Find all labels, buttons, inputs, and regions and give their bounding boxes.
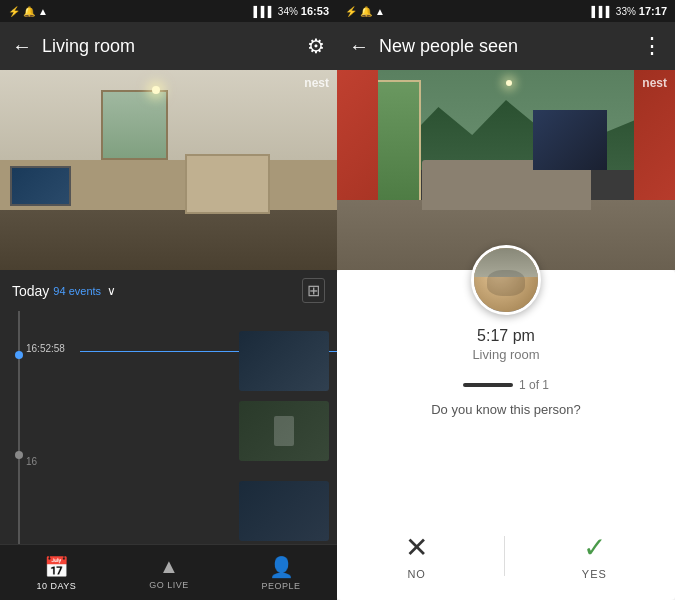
timeline-expand-icon[interactable]: ∨ [107,284,116,298]
timeline-view-toggle[interactable]: ⊞ [302,278,325,303]
avatar-face [474,248,538,312]
room-ceiling-light [152,86,160,94]
right-status-icons: ⚡ 🔔 ▲ [345,6,385,17]
right-nest-logo: nest [642,76,667,90]
left-nest-logo: nest [304,76,329,90]
signal-icon: ▌▌▌ [254,6,275,17]
right-alarm-icon: 🔔 [360,6,372,17]
timeline-dot-1 [15,451,23,459]
rc-tv [533,110,607,170]
timeline-thumb-1[interactable] [239,331,329,391]
right-status-right: ▌▌▌ 33% 17:17 [592,5,667,17]
left-status-icons: ⚡ 🔔 ▲ [8,6,48,17]
timeline-labels: 16:52:58 16 [26,311,80,544]
rc-tv-screen [533,110,607,170]
person-time: 5:17 pm [477,327,535,345]
no-icon: ✕ [405,531,428,564]
person-actions: ✕ NO ✓ YES [337,531,675,600]
golive-icon: ▲ [159,555,179,578]
left-panel: ⚡ 🔔 ▲ ▌▌▌ 34% 16:53 ← Living room ⚙ nest [0,0,337,600]
nav-golive-label: GO LIVE [149,580,189,590]
right-wifi-icon: ▲ [375,6,385,17]
more-options-icon[interactable]: ⋮ [641,33,663,59]
right-bluetooth-icon: ⚡ [345,6,357,17]
right-time: 17:17 [639,5,667,17]
avatar [471,245,541,315]
wifi-icon: ▲ [38,6,48,17]
timeline-thumb-2[interactable] [239,401,329,461]
right-camera-image [337,70,675,270]
yes-label: YES [582,568,607,580]
yes-icon: ✓ [583,531,606,564]
thumb-2-person [274,416,294,446]
left-status-right: ▌▌▌ 34% 16:53 [254,5,329,17]
timeline-content [80,311,337,544]
left-bottom-nav: 📅 10 DAYS ▲ GO LIVE 👤 PEOPLE [0,544,337,600]
timeline-vertical-line [18,311,20,544]
left-back-button[interactable]: ← [12,35,32,58]
timeline-timestamp: 16:52:58 [26,343,65,354]
room-ceiling [0,70,337,160]
timeline-dot-active [15,351,23,359]
left-time: 16:53 [301,5,329,17]
person-indicator: 1 of 1 [463,378,549,392]
thumb-1-inner [239,331,329,391]
calendar-icon: 📅 [44,555,69,579]
right-battery-percent: 33% [616,6,636,17]
room-fireplace [185,154,269,214]
thumb-2-inner [239,401,329,461]
person-question: Do you know this person? [431,402,581,417]
nav-item-golive[interactable]: ▲ GO LIVE [149,555,189,590]
timeline-events-count: 94 events [53,285,101,297]
status-bar-right: ⚡ 🔔 ▲ ▌▌▌ 33% 17:17 [337,0,675,22]
timeline-header: Today 94 events ∨ ⊞ [0,270,337,311]
thumb-3-inner [239,481,329,541]
person-location: Living room [472,347,539,362]
left-nav-bar: ← Living room ⚙ [0,22,337,70]
room-tv-screen [12,168,69,204]
room-tv [10,166,71,206]
right-back-button[interactable]: ← [349,35,369,58]
right-signal-icon: ▌▌▌ [592,6,613,17]
nav-item-people[interactable]: 👤 PEOPLE [262,555,301,591]
avatar-face-detail [487,270,525,296]
nav-people-label: PEOPLE [262,581,301,591]
left-camera-image [0,70,337,270]
timeline-hour-label: 16 [26,456,37,467]
timeline-day-label: Today [12,283,49,299]
timeline-section: Today 94 events ∨ ⊞ 16:52:58 16 [0,270,337,544]
no-button[interactable]: ✕ NO [405,531,428,580]
room-floor [0,210,337,270]
thumb-1-tv [239,331,329,391]
action-divider [504,536,505,576]
settings-icon[interactable]: ⚙ [307,34,325,58]
nav-item-10days[interactable]: 📅 10 DAYS [36,555,76,591]
people-icon: 👤 [269,555,294,579]
right-content-area: 5:17 pm Living room 1 of 1 Do you know t… [337,270,675,600]
timeline-body: 16:52:58 16 [0,311,337,544]
left-camera-feed[interactable]: nest [0,70,337,270]
timeline-axis [12,311,26,544]
no-label: NO [407,568,426,580]
left-page-title: Living room [42,36,307,57]
indicator-line [463,383,513,387]
rc-window [371,80,422,220]
bluetooth-icon: ⚡ [8,6,20,17]
left-battery-percent: 34% [278,6,298,17]
timeline-thumb-3[interactable] [239,481,329,541]
nav-10days-label: 10 DAYS [36,581,76,591]
right-nav-bar: ← New people seen ⋮ [337,22,675,70]
yes-button[interactable]: ✓ YES [582,531,607,580]
right-camera-feed[interactable]: nest [337,70,675,270]
room-window [101,90,168,160]
right-page-title: New people seen [379,36,641,57]
right-panel: ⚡ 🔔 ▲ ▌▌▌ 33% 17:17 ← New people seen ⋮ [337,0,675,600]
indicator-count: 1 of 1 [519,378,549,392]
alarm-icon: 🔔 [23,6,35,17]
status-bar-left: ⚡ 🔔 ▲ ▌▌▌ 34% 16:53 [0,0,337,22]
rc-ceiling-light [506,80,512,86]
person-card: 5:17 pm Living room 1 of 1 Do you know t… [337,270,675,600]
